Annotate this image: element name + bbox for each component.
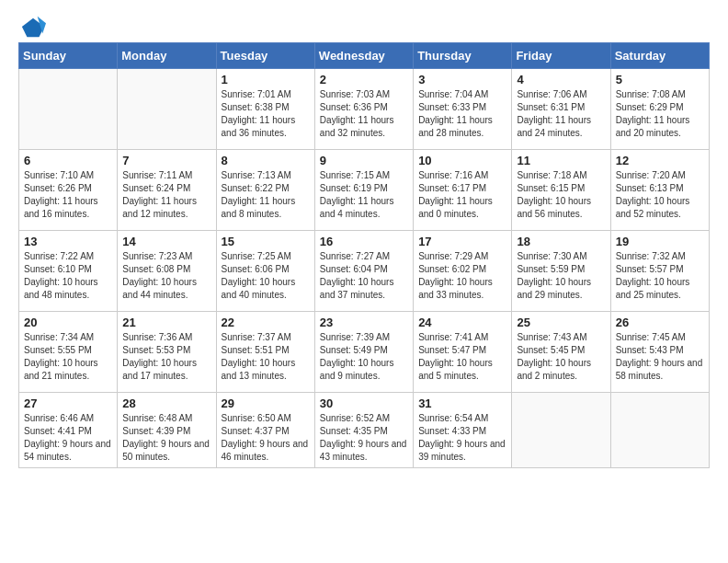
day-number: 13	[24, 235, 112, 248]
day-number: 10	[418, 154, 506, 167]
day-info: Sunrise: 7:39 AM Sunset: 5:49 PM Dayligh…	[320, 331, 408, 383]
day-info: Sunrise: 6:46 AM Sunset: 4:41 PM Dayligh…	[24, 412, 112, 464]
calendar-cell: 17Sunrise: 7:29 AM Sunset: 6:02 PM Dayli…	[414, 231, 512, 312]
day-number: 1	[222, 73, 310, 86]
day-info: Sunrise: 7:18 AM Sunset: 6:15 PM Dayligh…	[517, 169, 605, 221]
calendar-cell: 22Sunrise: 7:37 AM Sunset: 5:51 PM Dayli…	[216, 312, 314, 393]
calendar-cell: 23Sunrise: 7:39 AM Sunset: 5:49 PM Dayli…	[314, 312, 413, 393]
day-number: 16	[320, 235, 408, 248]
day-header-friday: Friday	[512, 43, 610, 69]
day-info: Sunrise: 7:43 AM Sunset: 5:45 PM Dayligh…	[517, 331, 605, 383]
calendar: SundayMondayTuesdayWednesdayThursdayFrid…	[18, 42, 710, 468]
day-info: Sunrise: 7:41 AM Sunset: 5:47 PM Dayligh…	[418, 331, 506, 383]
calendar-cell	[610, 393, 709, 468]
day-info: Sunrise: 7:10 AM Sunset: 6:26 PM Dayligh…	[24, 169, 112, 221]
day-number: 3	[418, 73, 506, 86]
day-info: Sunrise: 7:04 AM Sunset: 6:33 PM Dayligh…	[418, 88, 506, 140]
calendar-cell: 18Sunrise: 7:30 AM Sunset: 5:59 PM Dayli…	[512, 231, 610, 312]
day-info: Sunrise: 7:08 AM Sunset: 6:29 PM Dayligh…	[616, 88, 704, 140]
day-info: Sunrise: 7:20 AM Sunset: 6:13 PM Dayligh…	[616, 169, 704, 221]
calendar-cell: 24Sunrise: 7:41 AM Sunset: 5:47 PM Dayli…	[414, 312, 512, 393]
calendar-cell	[118, 69, 216, 150]
day-info: Sunrise: 7:30 AM Sunset: 5:59 PM Dayligh…	[517, 250, 605, 302]
header	[18, 15, 710, 37]
calendar-cell: 31Sunrise: 6:54 AM Sunset: 4:33 PM Dayli…	[414, 393, 512, 468]
page: SundayMondayTuesdayWednesdayThursdayFrid…	[0, 0, 728, 563]
day-info: Sunrise: 7:06 AM Sunset: 6:31 PM Dayligh…	[517, 88, 605, 140]
day-number: 30	[320, 396, 408, 410]
calendar-cell: 2Sunrise: 7:03 AM Sunset: 6:36 PM Daylig…	[314, 69, 413, 150]
day-number: 20	[24, 316, 112, 329]
day-number: 18	[517, 235, 605, 248]
day-info: Sunrise: 7:29 AM Sunset: 6:02 PM Dayligh…	[418, 250, 506, 302]
calendar-cell: 21Sunrise: 7:36 AM Sunset: 5:53 PM Dayli…	[118, 312, 216, 393]
calendar-cell: 10Sunrise: 7:16 AM Sunset: 6:17 PM Dayli…	[414, 150, 512, 231]
calendar-cell: 3Sunrise: 7:04 AM Sunset: 6:33 PM Daylig…	[414, 69, 512, 150]
week-row-3: 20Sunrise: 7:34 AM Sunset: 5:55 PM Dayli…	[19, 312, 710, 393]
calendar-cell: 30Sunrise: 6:52 AM Sunset: 4:35 PM Dayli…	[314, 393, 413, 468]
calendar-cell: 27Sunrise: 6:46 AM Sunset: 4:41 PM Dayli…	[19, 393, 118, 468]
calendar-header-row: SundayMondayTuesdayWednesdayThursdayFrid…	[19, 43, 710, 69]
day-number: 2	[320, 73, 408, 86]
day-number: 8	[222, 154, 310, 167]
day-number: 21	[122, 316, 210, 329]
day-number: 5	[616, 73, 704, 86]
day-info: Sunrise: 6:50 AM Sunset: 4:37 PM Dayligh…	[222, 412, 310, 464]
day-number: 6	[24, 154, 112, 167]
day-number: 23	[320, 316, 408, 329]
day-info: Sunrise: 7:22 AM Sunset: 6:10 PM Dayligh…	[24, 250, 112, 302]
day-info: Sunrise: 7:32 AM Sunset: 5:57 PM Dayligh…	[616, 250, 704, 302]
day-header-monday: Monday	[118, 43, 216, 69]
day-number: 15	[222, 235, 310, 248]
calendar-cell	[19, 69, 118, 150]
day-number: 7	[122, 154, 210, 167]
day-info: Sunrise: 7:34 AM Sunset: 5:55 PM Dayligh…	[24, 331, 112, 383]
calendar-cell: 26Sunrise: 7:45 AM Sunset: 5:43 PM Dayli…	[610, 312, 709, 393]
day-info: Sunrise: 7:16 AM Sunset: 6:17 PM Dayligh…	[418, 169, 506, 221]
day-number: 27	[24, 396, 112, 410]
day-header-tuesday: Tuesday	[216, 43, 314, 69]
day-number: 9	[320, 154, 408, 167]
calendar-cell	[512, 393, 610, 468]
week-row-2: 13Sunrise: 7:22 AM Sunset: 6:10 PM Dayli…	[19, 231, 710, 312]
day-info: Sunrise: 7:01 AM Sunset: 6:38 PM Dayligh…	[222, 88, 310, 140]
calendar-cell: 16Sunrise: 7:27 AM Sunset: 6:04 PM Dayli…	[314, 231, 413, 312]
day-info: Sunrise: 7:37 AM Sunset: 5:51 PM Dayligh…	[222, 331, 310, 383]
day-info: Sunrise: 6:48 AM Sunset: 4:39 PM Dayligh…	[122, 412, 210, 464]
calendar-cell: 1Sunrise: 7:01 AM Sunset: 6:38 PM Daylig…	[216, 69, 314, 150]
day-number: 25	[517, 316, 605, 329]
day-info: Sunrise: 6:52 AM Sunset: 4:35 PM Dayligh…	[320, 412, 408, 464]
calendar-cell: 7Sunrise: 7:11 AM Sunset: 6:24 PM Daylig…	[118, 150, 216, 231]
day-info: Sunrise: 7:23 AM Sunset: 6:08 PM Dayligh…	[122, 250, 210, 302]
logo-icon	[20, 15, 46, 40]
day-number: 4	[517, 73, 605, 86]
day-number: 24	[418, 316, 506, 329]
day-info: Sunrise: 7:27 AM Sunset: 6:04 PM Dayligh…	[320, 250, 408, 302]
day-number: 28	[122, 396, 210, 410]
calendar-cell: 11Sunrise: 7:18 AM Sunset: 6:15 PM Dayli…	[512, 150, 610, 231]
calendar-cell: 6Sunrise: 7:10 AM Sunset: 6:26 PM Daylig…	[19, 150, 118, 231]
day-number: 11	[517, 154, 605, 167]
day-number: 26	[616, 316, 704, 329]
day-number: 22	[222, 316, 310, 329]
calendar-cell: 25Sunrise: 7:43 AM Sunset: 5:45 PM Dayli…	[512, 312, 610, 393]
calendar-cell: 15Sunrise: 7:25 AM Sunset: 6:06 PM Dayli…	[216, 231, 314, 312]
day-header-wednesday: Wednesday	[314, 43, 413, 69]
calendar-cell: 19Sunrise: 7:32 AM Sunset: 5:57 PM Dayli…	[610, 231, 709, 312]
week-row-4: 27Sunrise: 6:46 AM Sunset: 4:41 PM Dayli…	[19, 393, 710, 468]
day-number: 19	[616, 235, 704, 248]
day-number: 29	[222, 396, 310, 410]
day-info: Sunrise: 7:15 AM Sunset: 6:19 PM Dayligh…	[320, 169, 408, 221]
calendar-cell: 14Sunrise: 7:23 AM Sunset: 6:08 PM Dayli…	[118, 231, 216, 312]
day-header-saturday: Saturday	[610, 43, 709, 69]
day-info: Sunrise: 7:11 AM Sunset: 6:24 PM Dayligh…	[122, 169, 210, 221]
logo	[18, 15, 46, 37]
calendar-cell: 9Sunrise: 7:15 AM Sunset: 6:19 PM Daylig…	[314, 150, 413, 231]
day-number: 12	[616, 154, 704, 167]
day-header-thursday: Thursday	[414, 43, 512, 69]
calendar-cell: 28Sunrise: 6:48 AM Sunset: 4:39 PM Dayli…	[118, 393, 216, 468]
logo-text	[18, 15, 46, 40]
calendar-cell: 8Sunrise: 7:13 AM Sunset: 6:22 PM Daylig…	[216, 150, 314, 231]
day-info: Sunrise: 6:54 AM Sunset: 4:33 PM Dayligh…	[418, 412, 506, 464]
day-info: Sunrise: 7:03 AM Sunset: 6:36 PM Dayligh…	[320, 88, 408, 140]
